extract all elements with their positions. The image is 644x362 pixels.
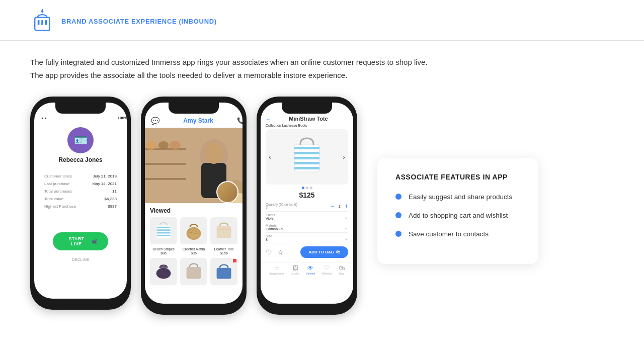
svg-rect-32 [160,266,167,268]
material-row[interactable]: Material Caiman Tai ⌄ [266,222,348,233]
phone-notch-3 [282,103,332,114]
nav-suggestions[interactable]: ☆ Suggestions [269,264,284,275]
suggestions-icon: ☆ [274,264,280,272]
size-row[interactable]: Size 8 ⌄ [266,233,348,243]
customer-avatar [216,181,238,203]
feature-dot-2 [395,212,401,218]
customer-photo [145,128,243,203]
chat-icon: 💬 [151,117,159,125]
svg-rect-36 [217,268,231,279]
viewed-label: Viewed [150,207,237,214]
avatar: 🪪 [67,127,94,153]
logo-icon [30,9,54,33]
contact-name: Amy Stark [159,117,237,124]
feature-text-3: Save customer to contacts [409,230,489,238]
table-row: Last purchase May 14, 2021 [44,180,117,188]
phone-2-screen: 💬 Amy Stark 📞 [145,103,243,304]
feature-item-3: Save customer to contacts [395,230,520,238]
svg-rect-34 [187,267,201,279]
size-chevron: ⌄ [344,235,348,241]
quantity-minus[interactable]: − [331,203,335,210]
home-bar-3 [287,310,327,312]
list-item[interactable]: Leather Tote $156 [210,217,237,255]
feature-dot-3 [395,231,401,237]
main-content: ●● 100% 🪪 Rebecca Jones Customer since J… [0,86,644,335]
product-price: $125 [261,191,353,199]
feature-item-1: Easily suggest and share products [395,193,520,201]
svg-rect-22 [157,232,171,234]
phone-notch-2 [169,103,219,114]
svg-rect-2 [41,20,43,25]
collection-label: Collection Luchesse Boots [261,124,353,129]
looks-icon: 🖼 [292,264,298,272]
product-options: Quantity (65 on hand) 1 − 1 + Colors Vio… [261,201,353,243]
header: BRAND ASSOCIATE EXPERIENCE (INBOUND) [0,0,644,41]
product-grid: Beach Stripes $86 [150,217,237,255]
svg-point-15 [205,142,223,164]
list-item[interactable]: Crochet Raffia $85 [180,217,207,255]
start-live-button[interactable]: START LIVE 📹 [53,232,108,250]
nav-bag[interactable]: 🛍 Bag [339,264,345,275]
phone-nav: ☆ Suggestions 🖼 Looks 👁 Viewed ♡ Wishlis… [261,262,353,276]
nav-viewed[interactable]: 👁 Viewed [306,264,315,275]
brand-title: BRAND ASSOCIATE EXPERIENCE (INBOUND) [61,18,217,25]
favorite-icon[interactable]: ♡ [266,248,272,256]
phone-3-screen: ← MiniStraw Tote Collection Luchesse Boo… [261,103,353,304]
user-name: Rebecca Jones [58,156,102,163]
svg-rect-23 [157,235,171,236]
nav-looks[interactable]: 🖼 Looks [291,264,299,275]
description: The fully integrated and customized Imme… [0,41,644,86]
decline-text[interactable]: DECLINE [72,257,90,262]
phone-1: ●● 100% 🪪 Rebecca Jones Customer since J… [30,97,131,310]
svg-rect-20 [157,227,171,228]
list-item[interactable] [210,258,237,288]
back-icon: ← [266,116,271,122]
carousel-right[interactable]: › [343,153,345,161]
user-section: 🪪 Rebecca Jones [34,122,127,167]
table-row: Total purchases 11 [44,188,117,195]
product-carousel: ‹ › [266,129,348,185]
phone-end-icon: 📞 [237,117,243,124]
colors-chevron: ⌄ [344,214,348,220]
feature-text-2: Add to shopping cart and wishlist [409,212,508,219]
svg-point-12 [170,141,181,150]
svg-point-5 [41,10,44,13]
feature-item-2: Add to shopping cart and wishlist [395,212,520,219]
list-item[interactable] [150,258,177,288]
svg-point-10 [145,141,157,150]
svg-point-11 [158,141,169,149]
action-icons: ♡ ☆ [266,248,284,256]
back-button[interactable]: ← [266,116,271,122]
svg-rect-42 [294,167,319,169]
customer-info: Customer since July 21, 2019 Last purcha… [34,167,127,215]
list-item[interactable] [180,258,207,288]
dot-2 [306,187,308,189]
bookmark-icon[interactable]: ☆ [277,248,284,256]
list-item[interactable]: Beach Stripes $86 [150,217,177,255]
quantity-plus[interactable]: + [345,203,348,210]
svg-rect-38 [294,147,319,149]
features-card: ASSOCIATE FEATURES IN APP Easily suggest… [377,158,538,264]
video-icon: 📹 [92,239,97,244]
carousel-left[interactable]: ‹ [269,153,271,161]
viewed-section: Viewed Beac [145,203,243,292]
home-bar [60,305,101,307]
dot-1 [302,187,304,189]
material-chevron: ⌄ [344,225,348,230]
product-main-image [289,134,325,179]
product-title: MiniStraw Tote [271,116,346,122]
add-to-bag-button[interactable]: ADD TO BAG 🛍 [300,246,348,258]
feature-text-1: Easily suggest and share products [409,193,512,201]
svg-rect-3 [45,20,47,25]
wishlist-icon: ♡ [324,264,330,272]
home-bar-2 [174,310,214,312]
svg-rect-39 [294,152,319,154]
svg-rect-9 [145,178,186,180]
svg-rect-41 [294,162,319,164]
nav-wishlist[interactable]: ♡ Wishlist [322,264,332,275]
colors-row[interactable]: Colors Violet ⌄ [266,212,348,222]
svg-rect-8 [145,163,186,165]
table-row: Total value $4,233 [44,195,117,203]
battery-status: 100% [118,116,127,120]
table-row: Customer since July 21, 2019 [44,172,117,180]
